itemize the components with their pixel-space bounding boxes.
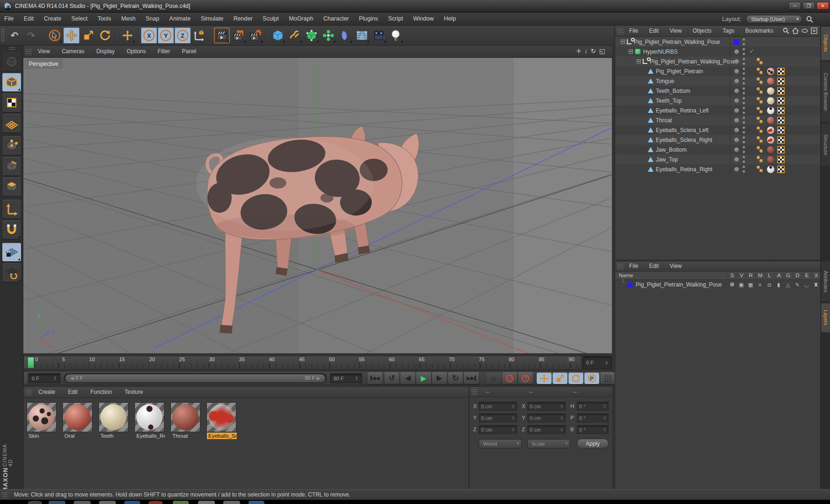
- material-label[interactable]: Throat: [171, 433, 189, 439]
- edit-render-settings-button[interactable]: [248, 28, 263, 43]
- rotate-tool-button[interactable]: [97, 28, 113, 43]
- material-label[interactable]: Teeth: [99, 433, 115, 439]
- menu-render[interactable]: Render: [229, 13, 257, 22]
- editor-dot[interactable]: [734, 98, 739, 103]
- viewport-maximize-icon[interactable]: ◱: [599, 48, 608, 55]
- visibility-dots[interactable]: [743, 107, 745, 114]
- collapse-icon[interactable]: [637, 59, 641, 63]
- edges-mode-button[interactable]: [2, 157, 21, 175]
- editor-dot[interactable]: [734, 59, 739, 64]
- previous-key-button[interactable]: ↺: [384, 372, 399, 384]
- viewport-canvas[interactable]: Y Z X: [23, 58, 612, 353]
- material-thumbnail[interactable]: [135, 403, 164, 432]
- preview-range-slider[interactable]: ◀ 0 F90 F ▶: [64, 373, 326, 383]
- texture-tag-icon[interactable]: [767, 126, 774, 134]
- palette-grip[interactable]: [8, 47, 15, 50]
- move-tool-button[interactable]: [64, 28, 79, 43]
- max-frame-field[interactable]: 90 F⇕: [330, 373, 362, 383]
- om-menu-tags[interactable]: Tags: [718, 26, 739, 34]
- lock-toggle-icon[interactable]: ◘: [765, 282, 774, 287]
- visibility-dots[interactable]: [743, 166, 745, 173]
- visibility-dots[interactable]: [743, 97, 745, 104]
- visibility-dots[interactable]: [743, 126, 745, 133]
- phong-tag-icons[interactable]: [757, 87, 764, 95]
- animation-toggle-icon[interactable]: ▮: [774, 282, 783, 288]
- material-menu-texture[interactable]: Texture: [119, 387, 149, 395]
- uvw-tag-icon[interactable]: [777, 136, 785, 144]
- apply-button[interactable]: Apply: [577, 439, 609, 448]
- texture-tag-icon[interactable]: [767, 87, 774, 95]
- texture-tag-icon[interactable]: [767, 68, 774, 75]
- undo-button[interactable]: ↶: [7, 28, 22, 43]
- live-selection-button[interactable]: [47, 28, 63, 43]
- menu-simulate[interactable]: Simulate: [197, 13, 228, 22]
- viewport-menu-cameras[interactable]: Cameras: [57, 46, 90, 55]
- texture-tag-icon[interactable]: [767, 97, 774, 105]
- tree-row[interactable]: Pig_Piglet_Pietrain_Walking_Pose: [615, 37, 820, 47]
- viewport-menu-view[interactable]: View: [33, 46, 55, 55]
- menu-animate[interactable]: Animate: [165, 13, 195, 22]
- editor-dot[interactable]: [734, 108, 739, 113]
- editor-dot[interactable]: [734, 49, 739, 54]
- tree-row[interactable]: Pig_Piglet_Pietrain_Walking_Pose: [615, 56, 820, 66]
- add-hypernurbs-button[interactable]: [304, 28, 319, 43]
- viewport-menu-filter[interactable]: Filter: [153, 46, 176, 55]
- pos-z-field[interactable]: 0 cm⇕: [479, 425, 517, 434]
- texture-tag-icon[interactable]: [767, 107, 774, 114]
- viewport-menu-display[interactable]: Display: [91, 46, 120, 55]
- uvw-tag-icon[interactable]: [777, 68, 785, 75]
- next-frame-button[interactable]: ▶: [432, 372, 447, 384]
- timeline-ruler[interactable]: 051015202530354045505560657075808590: [23, 356, 582, 370]
- uvw-tag-icon[interactable]: [777, 156, 785, 163]
- ruler-frame-field[interactable]: 0 F⇕: [583, 356, 612, 369]
- om-menu-view[interactable]: View: [665, 26, 687, 34]
- render-view-button[interactable]: [214, 28, 230, 43]
- make-editable-button[interactable]: [2, 52, 21, 71]
- polygons-mode-button[interactable]: [2, 177, 21, 196]
- viewport-dolly-icon[interactable]: ↕: [584, 48, 591, 55]
- title-bar[interactable]: CINEMA 4D R14.014 Studio - [Pig_Piglet_P…: [0, 0, 830, 13]
- editor-dot[interactable]: [734, 157, 739, 162]
- expressions-toggle-icon[interactable]: ◡: [802, 282, 811, 288]
- tab-attributes[interactable]: Attributes: [821, 261, 830, 301]
- editor-dot[interactable]: [734, 118, 739, 123]
- add-array-button[interactable]: [320, 28, 336, 43]
- material-menu-function[interactable]: Function: [85, 387, 117, 395]
- texture-tag-icon[interactable]: [767, 166, 774, 173]
- om-menu-bookmarks[interactable]: Bookmarks: [741, 26, 778, 34]
- om-menu-edit[interactable]: Edit: [645, 26, 664, 34]
- key-pla-button[interactable]: [600, 372, 615, 384]
- editor-dot[interactable]: [734, 167, 739, 172]
- lm-menu-edit[interactable]: Edit: [645, 261, 664, 269]
- rot-p-field[interactable]: 0 °⇕: [577, 413, 609, 422]
- uvw-tag-icon[interactable]: [777, 77, 785, 85]
- current-frame-field[interactable]: 0 F⇕: [28, 373, 60, 383]
- menu-mograph[interactable]: MoGraph: [285, 13, 318, 22]
- menu-mesh[interactable]: Mesh: [117, 13, 140, 22]
- tab-layers[interactable]: Layers: [821, 303, 830, 332]
- menu-tools[interactable]: Tools: [93, 13, 115, 22]
- phong-tag-icons[interactable]: [757, 126, 764, 134]
- taskbar-icon-top[interactable]: [248, 501, 264, 504]
- visibility-dots[interactable]: [743, 58, 745, 65]
- tree-row[interactable]: Teeth_Top: [615, 96, 820, 105]
- layer-row[interactable]: └ Pig_Piglet_Pietrain_Walking_Pose ▣ ▦ ≡…: [615, 280, 820, 290]
- uvw-tag-icon[interactable]: [777, 126, 785, 134]
- close-button[interactable]: ✕: [816, 2, 829, 10]
- lm-menu-view[interactable]: View: [665, 261, 687, 269]
- uvw-tag-icon[interactable]: [777, 146, 785, 154]
- layer-color-chip[interactable]: [734, 39, 739, 45]
- editor-dot[interactable]: [734, 79, 739, 84]
- phong-tag-icons[interactable]: [757, 146, 764, 154]
- material-thumbnail[interactable]: [99, 403, 128, 432]
- collapse-icon[interactable]: [629, 49, 633, 54]
- toolbar-grip[interactable]: [1, 28, 5, 42]
- phong-tag-icons[interactable]: [757, 155, 764, 163]
- viewport-pan-icon[interactable]: ✛: [576, 48, 584, 55]
- coordinate-grip[interactable]: [471, 389, 478, 395]
- lm-menu-file[interactable]: File: [624, 261, 643, 269]
- redo-button[interactable]: ↷: [23, 28, 39, 43]
- menu-edit[interactable]: Edit: [20, 13, 38, 22]
- om-add-panel-icon[interactable]: [811, 28, 817, 34]
- play-button[interactable]: ▶: [416, 372, 431, 384]
